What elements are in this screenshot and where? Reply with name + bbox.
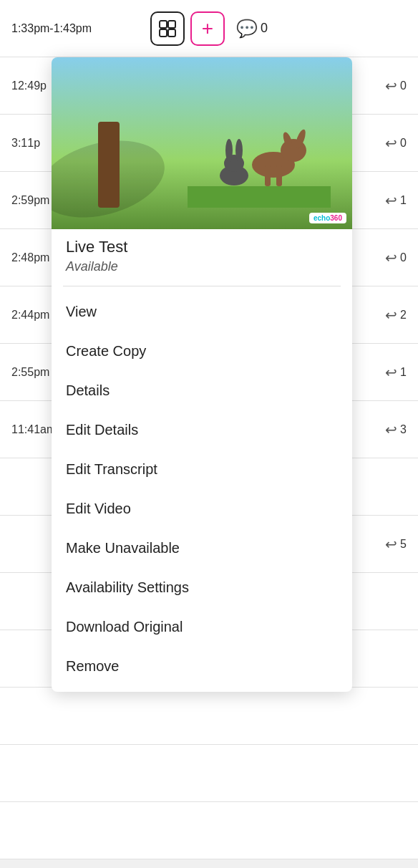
svg-rect-14 [188, 186, 331, 208]
header-bar: 1:33pm-1:43pm + 💬 0 [0, 0, 418, 57]
popup-divider [63, 286, 341, 286]
menu-item-view[interactable]: View [52, 292, 352, 332]
popup-status: Available [52, 259, 352, 286]
list-item [0, 688, 418, 745]
comment-icon: 💬 [236, 19, 258, 39]
list-item [0, 802, 418, 859]
svg-rect-0 [160, 21, 167, 28]
menu-item-download-original[interactable]: Download Original [52, 607, 352, 647]
comment-count: ↩ 1 [385, 364, 407, 381]
svg-rect-1 [168, 21, 175, 28]
add-button[interactable]: + [190, 11, 225, 46]
list-item [0, 745, 418, 802]
menu-item-edit-video[interactable]: Edit Video [52, 489, 352, 529]
comment-count: ↩ 5 [385, 536, 407, 553]
menu-item-create-copy[interactable]: Create Copy [52, 332, 352, 371]
comment-count: ↩ 0 [385, 135, 407, 152]
menu-item-edit-transcript[interactable]: Edit Transcript [52, 450, 352, 489]
menu-item-availability-settings[interactable]: Availability Settings [52, 568, 352, 607]
svg-point-12 [225, 139, 233, 162]
row-time: 12:49p [11, 79, 47, 92]
echo360-label-echo: echo [314, 214, 330, 222]
svg-rect-2 [160, 29, 167, 37]
echo360-label-360: 360 [330, 214, 342, 222]
scene-animals [188, 93, 331, 208]
row-time: 11:41am [11, 423, 56, 436]
comment-count: ↩ 0 [385, 249, 407, 266]
menu-item-edit-details[interactable]: Edit Details [52, 410, 352, 450]
svg-rect-6 [276, 165, 282, 186]
menu-item-details[interactable]: Details [52, 371, 352, 410]
header-comment-count: 0 [261, 21, 268, 36]
svg-rect-3 [168, 29, 175, 37]
header-time: 1:33pm-1:43pm [11, 22, 92, 35]
tree-trunk [98, 122, 120, 208]
row-time: 2:59pm [11, 194, 49, 207]
media-thumbnail: echo360 [52, 57, 352, 229]
scene-tree [66, 64, 152, 208]
row-time: 2:44pm [11, 309, 49, 322]
menu-item-remove[interactable]: Remove [52, 647, 352, 686]
context-menu-popup: echo360 Live Test Available View Create … [52, 57, 352, 692]
svg-rect-5 [265, 165, 271, 186]
row-time: 3:11p [11, 137, 40, 150]
header-icons: + 💬 0 [150, 11, 268, 46]
row-time: 2:55pm [11, 366, 49, 379]
menu-item-make-unavailable[interactable]: Make Unavailable [52, 529, 352, 568]
comment-count: ↩ 3 [385, 421, 407, 438]
comment-count: ↩ 0 [385, 77, 407, 95]
scene-background: echo360 [52, 57, 352, 229]
svg-point-13 [235, 139, 243, 162]
popup-title: Live Test [52, 238, 352, 259]
comment-count: ↩ 2 [385, 307, 407, 324]
comment-count: ↩ 1 [385, 192, 407, 209]
comment-wrap: 💬 0 [236, 19, 268, 39]
echo360-badge: echo360 [309, 213, 346, 223]
media-grid-button[interactable] [150, 11, 185, 46]
row-time: 2:48pm [11, 251, 49, 264]
